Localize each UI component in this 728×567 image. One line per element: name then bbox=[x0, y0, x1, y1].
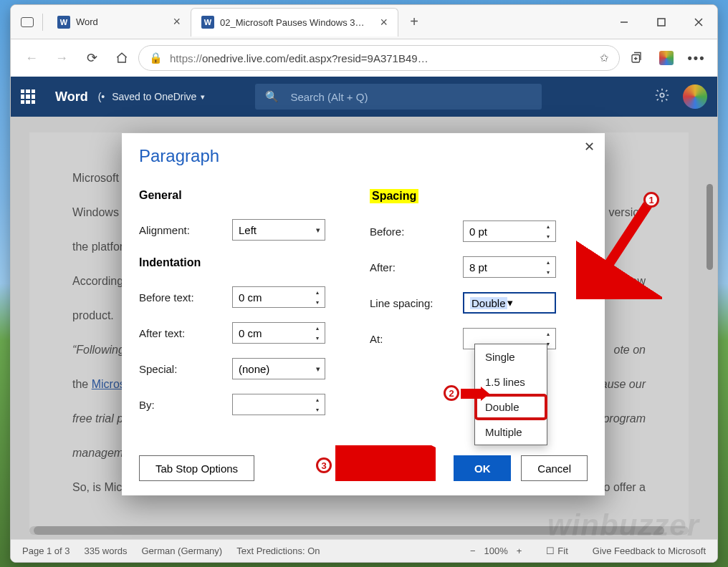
special-select[interactable]: (none)▾ bbox=[232, 358, 325, 379]
after-text-label: After text: bbox=[139, 327, 232, 339]
maximize-button[interactable] bbox=[643, 6, 680, 38]
section-spacing: Spacing bbox=[370, 189, 418, 203]
gear-icon[interactable] bbox=[654, 87, 670, 106]
tab-stop-button[interactable]: Tab Stop Options bbox=[139, 455, 254, 481]
zoom-level: 100% bbox=[484, 546, 507, 556]
tab-word[interactable]: W Word × bbox=[47, 8, 191, 37]
chevron-down-icon: ▾ bbox=[316, 226, 320, 235]
app-launcher-icon[interactable] bbox=[21, 89, 35, 104]
by-label: By: bbox=[139, 399, 232, 411]
address-bar: ← → ⟳ 🔒 https:// onedrive.live.com/edit.… bbox=[11, 39, 717, 77]
svg-line-7 bbox=[593, 205, 648, 288]
fit-button[interactable]: ☐ Fit bbox=[546, 546, 567, 556]
new-tab-button[interactable]: + bbox=[403, 11, 426, 34]
url-field[interactable]: 🔒 https:// onedrive.live.com/edit.aspx?r… bbox=[138, 45, 620, 71]
tab-label: Word bbox=[76, 16, 98, 27]
word-count[interactable]: 335 words bbox=[85, 546, 128, 556]
url-scheme: https:// bbox=[170, 52, 202, 64]
status-bar: Page 1 of 3 335 words German (Germany) T… bbox=[11, 539, 717, 562]
alignment-select[interactable]: Left▾ bbox=[232, 219, 325, 241]
forward-button[interactable]: → bbox=[48, 44, 75, 72]
close-icon[interactable]: × bbox=[380, 15, 388, 30]
annotation-arrow-3 bbox=[335, 445, 436, 481]
predictions-indicator[interactable]: Text Predictions: On bbox=[236, 546, 320, 556]
zoom-controls: − 100% + bbox=[470, 546, 522, 556]
svg-rect-1 bbox=[658, 19, 665, 26]
option-single[interactable]: Single bbox=[475, 344, 547, 369]
menu-button[interactable]: ••• bbox=[683, 44, 710, 72]
dialog-title: Paragraph bbox=[139, 146, 588, 166]
chevron-down-icon: ▾ bbox=[507, 296, 513, 309]
section-indentation: Indentation bbox=[139, 256, 357, 269]
word-icon: W bbox=[57, 16, 70, 29]
page-indicator[interactable]: Page 1 of 3 bbox=[22, 546, 70, 556]
chevron-down-icon: ▾ bbox=[316, 364, 320, 374]
dialog-close-button[interactable]: ✕ bbox=[584, 139, 595, 155]
favorite-icon[interactable]: ✩ bbox=[600, 52, 609, 64]
back-button[interactable]: ← bbox=[18, 44, 45, 72]
collections-button[interactable] bbox=[623, 44, 650, 72]
avatar[interactable] bbox=[683, 84, 707, 109]
app-ribbon: Word (• Saved to OneDrive ▾ 🔍 Search (Al… bbox=[11, 77, 717, 117]
by-input[interactable]: ▴▾ bbox=[232, 394, 325, 415]
language-indicator[interactable]: German (Germany) bbox=[141, 546, 222, 556]
save-status[interactable]: (• Saved to OneDrive ▾ bbox=[98, 91, 206, 102]
tab-actions-icon[interactable] bbox=[21, 17, 34, 27]
close-window-button[interactable] bbox=[680, 6, 717, 38]
alignment-label: Alignment: bbox=[139, 224, 232, 236]
option-multiple[interactable]: Multiple bbox=[475, 420, 547, 445]
close-icon[interactable]: × bbox=[173, 14, 181, 29]
word-icon: W bbox=[201, 16, 214, 29]
after-text-input[interactable]: 0 cm▴▾ bbox=[232, 322, 325, 344]
extension-button[interactable] bbox=[653, 44, 680, 72]
titlebar: W Word × W 02_Microsoft Pauses Windows 3… bbox=[11, 5, 717, 39]
minimize-button[interactable] bbox=[605, 6, 643, 38]
line-spacing-select[interactable]: Double▾ bbox=[463, 292, 556, 314]
search-placeholder: Search (Alt + Q) bbox=[290, 91, 368, 103]
at-label: At: bbox=[370, 333, 463, 345]
zoom-in-button[interactable]: + bbox=[517, 546, 522, 556]
paragraph-dialog: ✕ Paragraph General Alignment: Left▾ Ind… bbox=[122, 133, 605, 495]
zoom-out-button[interactable]: − bbox=[470, 546, 476, 556]
annotation-arrow-1 bbox=[576, 199, 662, 299]
before-text-input[interactable]: 0 cm▴▾ bbox=[232, 286, 325, 308]
vertical-scrollbar[interactable] bbox=[707, 184, 713, 270]
before-text-label: Before text: bbox=[139, 291, 232, 304]
search-input[interactable]: 🔍 Search (Alt + Q) bbox=[255, 84, 542, 110]
tab-document[interactable]: W 02_Microsoft Pauses Windows 3… × bbox=[191, 8, 398, 37]
line-spacing-label: Line spacing: bbox=[370, 297, 463, 309]
tab-label: 02_Microsoft Pauses Windows 3… bbox=[220, 17, 365, 28]
before-label: Before: bbox=[370, 226, 463, 238]
save-status-text: Saved to OneDrive bbox=[112, 91, 196, 102]
chevron-down-icon: ▾ bbox=[201, 92, 205, 102]
before-spacing-input[interactable]: 0 pt▴▾ bbox=[463, 220, 556, 242]
svg-marker-8 bbox=[461, 387, 489, 401]
window-controls bbox=[605, 6, 717, 38]
after-spacing-input[interactable]: 8 pt▴▾ bbox=[463, 256, 556, 278]
section-general: General bbox=[139, 189, 357, 202]
cancel-button[interactable]: Cancel bbox=[521, 455, 588, 481]
feedback-link[interactable]: Give Feedback to Microsoft bbox=[593, 546, 706, 556]
annotation-badge-2: 2 bbox=[444, 385, 459, 401]
annotation-badge-3: 3 bbox=[316, 457, 332, 473]
ok-button[interactable]: OK bbox=[454, 455, 511, 481]
special-label: Special: bbox=[139, 363, 232, 375]
refresh-button[interactable]: ⟳ bbox=[78, 44, 105, 72]
annotation-badge-1: 1 bbox=[643, 192, 659, 208]
annotation-arrow-2 bbox=[461, 387, 489, 401]
url-text: onedrive.live.com/edit.aspx?resid=9A371B… bbox=[202, 52, 428, 64]
divider bbox=[42, 14, 43, 31]
app-name: Word bbox=[55, 89, 88, 105]
search-icon: 🔍 bbox=[265, 90, 279, 103]
svg-point-5 bbox=[660, 93, 664, 97]
lock-icon: 🔒 bbox=[149, 52, 163, 64]
after-label: After: bbox=[370, 261, 463, 273]
home-button[interactable] bbox=[108, 44, 135, 72]
